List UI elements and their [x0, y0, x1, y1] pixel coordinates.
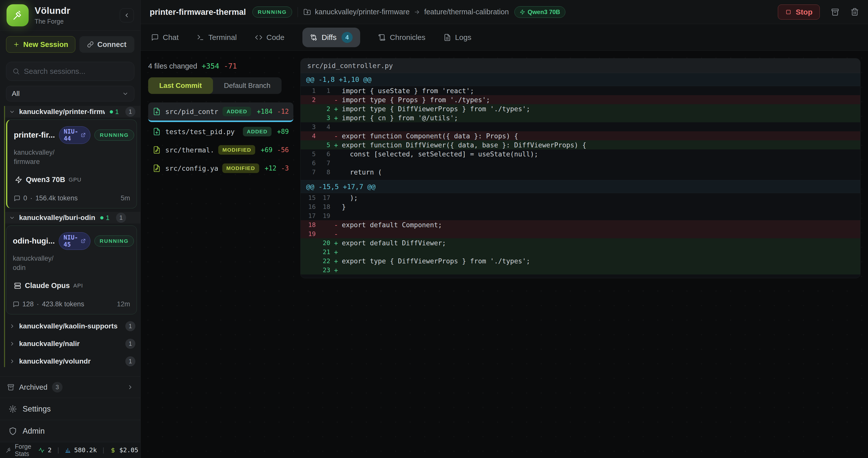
- search-input[interactable]: [24, 67, 128, 75]
- total-additions: +354: [202, 62, 219, 70]
- group-active-count: 1: [100, 214, 109, 222]
- chat-bubble-icon: [14, 195, 20, 202]
- file-row[interactable]: src/thermal.pyMODIFIED+69-56: [148, 141, 293, 159]
- archived-row[interactable]: Archived 3: [0, 377, 141, 398]
- tab-logs[interactable]: Logs: [443, 33, 471, 42]
- status-badge: RUNNING: [252, 6, 292, 18]
- session-group-collapsed[interactable]: kanuckvalley/volundr1: [5, 356, 141, 367]
- session-title: printer-fir...: [14, 131, 55, 140]
- hammer-icon: [5, 447, 11, 453]
- diff-line-text: import type { Props } from './types';: [342, 96, 860, 104]
- session-group-header[interactable]: kanuckvalley/printer-firmw... 1 1: [5, 106, 141, 118]
- archive-session-icon[interactable]: [831, 8, 839, 16]
- sidebar-collapse-button[interactable]: [120, 8, 134, 22]
- old-line-number: 5: [301, 151, 316, 158]
- diff-marker: +: [330, 266, 342, 274]
- branch-name: feature/thermal-calibration: [424, 8, 509, 16]
- archive-icon: [7, 384, 14, 391]
- tab-code[interactable]: Code: [255, 33, 285, 42]
- diff-marker: +: [330, 257, 342, 265]
- chevron-right-icon: [9, 323, 15, 329]
- active-dot: [110, 110, 113, 113]
- tab-count-badge: 4: [342, 32, 352, 43]
- sidebar-bottom-menu: Archived 3 Settings Admin Forge Stats 2 …: [0, 377, 141, 458]
- tab-diffs[interactable]: Diffs4: [302, 28, 360, 47]
- old-line-number: 2: [301, 96, 316, 103]
- chevron-down-icon: [122, 90, 129, 97]
- session-card[interactable]: printer-fir... NIU-44 RUNNING kanuckvall…: [6, 120, 137, 208]
- session-title: odin-hugi...: [13, 236, 55, 246]
- active-sessions-stat: 2: [48, 447, 52, 454]
- session-search[interactable]: [6, 62, 134, 81]
- chevron-left-icon: [124, 12, 130, 19]
- diff-line: 23+: [301, 265, 860, 274]
- diff-marker: +: [330, 114, 342, 122]
- group-name: kanuckvalley/volundr: [19, 357, 91, 365]
- changed-file-list: src/pid_controller.pyADDED+184-12tests/t…: [148, 102, 293, 177]
- tab-terminal[interactable]: Terminal: [197, 33, 237, 42]
- stop-button[interactable]: Stop: [778, 4, 820, 20]
- group-name: kanuckvalley/nalir: [19, 340, 80, 348]
- file-row[interactable]: src/config.yamlMODIFIED+12-3: [148, 159, 293, 177]
- diff-marker: -: [330, 132, 342, 140]
- plus-icon: [13, 41, 20, 48]
- connect-button[interactable]: Connect: [80, 36, 134, 53]
- file-plus-icon: [153, 107, 161, 116]
- new-line-number: 21: [316, 248, 330, 256]
- admin-row[interactable]: Admin: [0, 420, 141, 442]
- file-additions: +89: [277, 128, 289, 135]
- diff-line: 18-export default Component;: [301, 220, 860, 229]
- forge-stats-bar[interactable]: Forge Stats 2 | 580.2k | $2.05: [0, 442, 141, 458]
- session-filter-select[interactable]: All: [6, 86, 134, 101]
- link-icon: [87, 41, 94, 48]
- new-line-number: 20: [316, 239, 330, 247]
- settings-row[interactable]: Settings: [0, 398, 141, 420]
- diff-line: 1618 }: [301, 202, 860, 211]
- bar-chart-icon: [65, 447, 71, 453]
- collapsed-groups: kanuckvalley/kaolin-supports1kanuckvalle…: [5, 320, 141, 367]
- chat-icon: [151, 34, 159, 41]
- toggle-last-commit[interactable]: Last Commit: [148, 77, 213, 94]
- session-card[interactable]: odin-hugi... NIU-45 RUNNING kanuckvalley…: [6, 226, 137, 315]
- file-name: src/pid_controller.py: [165, 108, 218, 116]
- code-icon: [255, 34, 262, 41]
- new-line-number: 7: [316, 159, 330, 167]
- old-line-number: 17: [301, 212, 316, 220]
- session-group-header[interactable]: kanuckvalley/buri-odin 1 1: [5, 212, 141, 224]
- sidebar-actions: New Session Connect: [0, 31, 141, 53]
- file-row[interactable]: src/pid_controller.pyADDED+184-12: [148, 102, 293, 122]
- diff-line-text: const [selected, setSelected] = useState…: [342, 150, 860, 158]
- diff-line-text: );: [342, 194, 860, 202]
- ticket-badge[interactable]: NIU-44: [59, 126, 91, 144]
- ticket-badge[interactable]: NIU-45: [59, 232, 90, 250]
- session-group-collapsed[interactable]: kanuckvalley/nalir1: [5, 338, 141, 350]
- group-active-count: 1: [110, 108, 119, 116]
- session-card-top: odin-hugi... NIU-45 RUNNING: [13, 232, 130, 250]
- diff-line-text: import { cn } from '@/utils';: [342, 114, 860, 122]
- external-link-icon: [81, 238, 86, 243]
- file-deletions: -12: [277, 108, 289, 115]
- session-group-collapsed[interactable]: kanuckvalley/kaolin-supports1: [5, 320, 141, 332]
- diff-line: 56 const [selected, setSelected] = useSt…: [301, 150, 860, 158]
- diff-marker: -: [330, 221, 342, 229]
- file-row[interactable]: tests/test_pid.pyADDED+89: [148, 123, 293, 140]
- sidebar-header: Völundr The Forge: [0, 0, 141, 31]
- session-repo: kanuckvalley/ odin: [13, 254, 130, 272]
- session-card-top: printer-fir... NIU-44 RUNNING: [14, 126, 130, 144]
- file-name: src/thermal.py: [165, 146, 214, 154]
- new-session-button[interactable]: New Session: [6, 36, 75, 53]
- sidebar-spacer: [0, 367, 141, 377]
- diff-line: 34: [301, 122, 860, 131]
- tab-chat[interactable]: Chat: [151, 33, 179, 42]
- file-status-badge: ADDED: [222, 107, 251, 116]
- diff-line-text: import { useState } from 'react';: [342, 87, 860, 95]
- tab-chronicles[interactable]: Chronicles: [378, 33, 426, 42]
- diff-line-text: export function DiffViewer({ data, base …: [342, 141, 860, 149]
- session-age: 5m: [121, 194, 130, 202]
- total-deletions: -71: [224, 62, 237, 70]
- delete-session-icon[interactable]: [850, 8, 859, 16]
- app-title: Völundr: [35, 5, 70, 16]
- file-name: tests/test_pid.py: [165, 128, 238, 136]
- diff-body: @@ -1,8 +1,10 @@11 import { useState } f…: [301, 73, 860, 278]
- toggle-default-branch[interactable]: Default Branch: [213, 77, 282, 94]
